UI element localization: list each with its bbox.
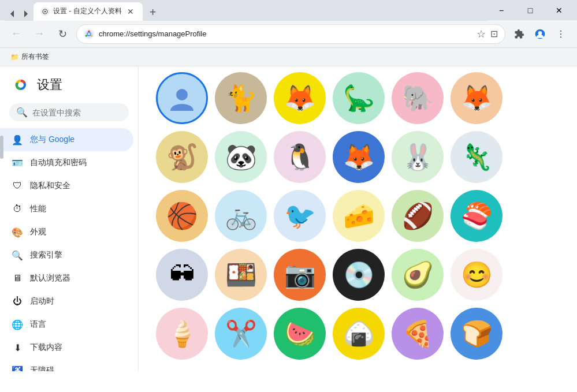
sidebar-item-startup[interactable]: ⏻ 启动时 <box>0 290 133 313</box>
browser-icon: 🖥 <box>12 272 23 284</box>
avatar-item-21[interactable]: 💿 <box>333 249 385 301</box>
forward-arrow-tab[interactable] <box>21 9 30 18</box>
sidebar-item-accessibility[interactable]: ♿ 无障碍 <box>0 359 133 371</box>
bookmark-star-icon[interactable]: ☆ <box>477 28 486 40</box>
search-input[interactable] <box>32 108 133 117</box>
extensions-button[interactable] <box>510 25 528 43</box>
avatar-item-3[interactable]: 🦕 <box>333 72 385 124</box>
avatar-item-2[interactable]: 🦊 <box>274 72 326 124</box>
sidebar-item-performance[interactable]: ⏱ 性能 <box>0 197 133 221</box>
svg-marker-1 <box>24 10 28 17</box>
nav-label-downloads: 下载内容 <box>30 342 62 353</box>
forward-button[interactable]: → <box>30 25 49 43</box>
sidebar-scrollbar-thumb <box>0 136 3 159</box>
nav-label-language: 语言 <box>30 319 46 330</box>
avatar-item-16[interactable]: 🏈 <box>392 190 444 242</box>
refresh-button[interactable]: ↻ <box>53 25 72 43</box>
avatar-item-4[interactable]: 🐘 <box>392 72 444 124</box>
svg-point-9 <box>85 35 88 37</box>
avatar-item-22[interactable]: 🥑 <box>392 249 444 301</box>
search-box[interactable]: 🔍 <box>9 103 129 121</box>
avatar-item-28[interactable]: 🍕 <box>392 308 444 360</box>
sidebar-item-search[interactable]: 🔍 搜索引擎 <box>0 244 133 267</box>
search-icon: 🔍 <box>12 249 23 261</box>
sidebar-item-appearance[interactable]: 🎨 外观 <box>0 221 133 244</box>
nav-label-search: 搜索引擎 <box>30 250 62 260</box>
avatar-item-20[interactable]: 📷 <box>274 249 326 301</box>
folder-icon: 📁 <box>10 53 19 61</box>
svg-point-17 <box>18 82 24 88</box>
nav-items: 👤 您与 Google 🪪 自动填充和密码 🛡 隐私和安全 ⏱ 性能 🎨 外观 … <box>0 128 138 371</box>
svg-marker-0 <box>10 10 14 17</box>
active-tab[interactable]: 设置 - 自定义个人资料 ✕ <box>33 2 143 21</box>
sidebar-item-downloads[interactable]: ⬇ 下载内容 <box>0 336 133 359</box>
avatar-item-23[interactable]: 😊 <box>451 249 502 301</box>
avatar-item-6[interactable]: 🐒 <box>156 131 208 183</box>
google-icon: 👤 <box>12 134 23 145</box>
tab-title: 设置 - 自定义个人资料 <box>53 6 122 16</box>
sidebar: 设置 🔍 👤 您与 Google 🪪 自动填充和密码 🛡 隐私和安全 ⏱ 性能 … <box>0 66 139 371</box>
avatar-item-18[interactable]: 🕶 <box>156 249 208 301</box>
footer-text: 创建点东西还挺棒的... <box>150 365 565 371</box>
close-button[interactable]: ✕ <box>546 0 572 20</box>
avatar-item-27[interactable]: 🍙 <box>333 308 385 360</box>
bookmarks-label: 所有书签 <box>21 52 49 62</box>
svg-point-18 <box>176 89 188 100</box>
svg-point-14 <box>560 36 561 38</box>
avatar-item-7[interactable]: 🐼 <box>215 131 267 183</box>
downloads-icon: ⬇ <box>12 342 23 353</box>
back-button[interactable]: ← <box>7 25 25 43</box>
sidebar-item-browser[interactable]: 🖥 默认浏览器 <box>0 267 133 290</box>
avatar-item-9[interactable]: 🦊 <box>333 131 385 183</box>
avatar-item-29[interactable]: 🍞 <box>451 308 502 360</box>
sidebar-item-language[interactable]: 🌐 语言 <box>0 313 133 336</box>
avatar-item-10[interactable]: 🐰 <box>392 131 444 183</box>
nav-label-accessibility: 无障碍 <box>30 365 54 371</box>
address-bar[interactable]: chrome://settings/manageProfile ☆ ⊡ <box>76 24 505 44</box>
avatar-item-1[interactable]: 🐈 <box>215 72 267 124</box>
avatar-item-0[interactable] <box>156 72 208 124</box>
back-arrow-tab[interactable] <box>8 9 17 18</box>
sidebar-item-privacy[interactable]: 🛡 隐私和安全 <box>0 174 133 197</box>
svg-point-8 <box>91 35 93 37</box>
avatar-item-12[interactable]: 🏀 <box>156 190 208 242</box>
menu-button[interactable] <box>552 25 570 43</box>
maximize-button[interactable]: □ <box>517 0 544 20</box>
svg-point-13 <box>560 33 561 34</box>
nav-label-autofill: 自动填充和密码 <box>30 158 87 168</box>
autofill-icon: 🪪 <box>12 157 23 169</box>
content-area: 🐈🦊🦕🐘🦊🐒🐼🐧🦊🐰🦎🏀🚲🐦🧀🏈🍣🕶🍱📷💿🥑😊🍦✂️🍉🍙🍕🍞 创建点东西还挺棒的… <box>139 66 577 371</box>
avatar-item-19[interactable]: 🍱 <box>215 249 267 301</box>
avatar-item-8[interactable]: 🐧 <box>274 131 326 183</box>
avatar-item-14[interactable]: 🐦 <box>274 190 326 242</box>
avatar-item-24[interactable]: 🍦 <box>156 308 208 360</box>
chrome-lock-icon <box>84 29 94 39</box>
title-bar: 设置 - 自定义个人资料 ✕ + − □ ✕ <box>0 0 577 20</box>
main-content: 设置 🔍 👤 您与 Google 🪪 自动填充和密码 🛡 隐私和安全 ⏱ 性能 … <box>0 66 577 371</box>
new-tab-button[interactable]: + <box>145 5 161 21</box>
avatar-item-25[interactable]: ✂️ <box>215 308 267 360</box>
minimize-button[interactable]: − <box>488 0 515 20</box>
bookmarks-bar-item[interactable]: 📁 所有书签 <box>7 51 53 63</box>
avatar-item-17[interactable]: 🍣 <box>451 190 502 242</box>
profile-button[interactable] <box>531 25 549 43</box>
tab-close-button[interactable]: ✕ <box>125 6 136 17</box>
browser-toolbar: ← → ↻ chrome://settings/manageProfile ☆ … <box>0 20 577 48</box>
toolbar-right <box>510 25 570 43</box>
nav-label-browser: 默认浏览器 <box>30 273 70 283</box>
performance-icon: ⏱ <box>12 203 23 215</box>
svg-point-4 <box>44 10 46 12</box>
svg-point-7 <box>88 30 90 32</box>
avatar-item-5[interactable]: 🦊 <box>451 72 502 124</box>
url-display: chrome://settings/manageProfile <box>99 29 472 38</box>
reader-mode-icon[interactable]: ⊡ <box>490 28 498 39</box>
avatar-item-11[interactable]: 🦎 <box>451 131 502 183</box>
avatar-item-13[interactable]: 🚲 <box>215 190 267 242</box>
avatar-item-26[interactable]: 🍉 <box>274 308 326 360</box>
sidebar-item-autofill[interactable]: 🪪 自动填充和密码 <box>0 151 133 174</box>
avatar-item-15[interactable]: 🧀 <box>333 190 385 242</box>
nav-label-startup: 启动时 <box>30 296 54 307</box>
sidebar-item-google[interactable]: 👤 您与 Google <box>0 128 133 151</box>
bookmarks-bar: 📁 所有书签 <box>0 48 577 66</box>
svg-point-12 <box>560 30 561 31</box>
